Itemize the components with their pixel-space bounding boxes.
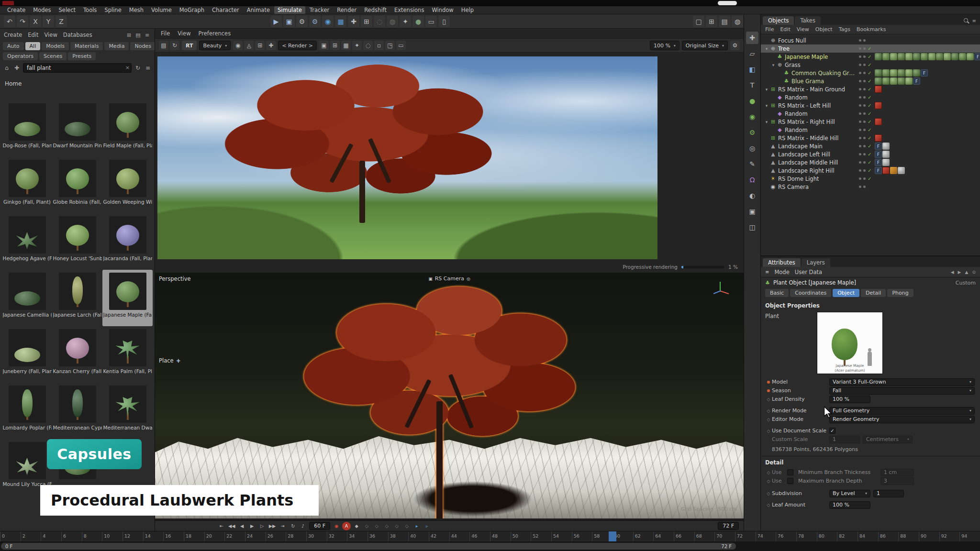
om-menu-view[interactable]: View: [797, 26, 809, 33]
pin-icon[interactable]: ⊙: [972, 270, 976, 275]
restart-render-icon[interactable]: ↻: [170, 41, 179, 50]
ab-tab-create[interactable]: Create: [4, 32, 22, 38]
render-view-icon[interactable]: ▶: [270, 16, 282, 27]
environment-icon[interactable]: ◐: [746, 189, 758, 202]
enabled-check[interactable]: ✓: [867, 135, 873, 141]
material-swatch[interactable]: [905, 77, 913, 85]
ruler-tick[interactable]: 78: [796, 531, 797, 541]
tab-attributes[interactable]: Attributes: [763, 258, 801, 267]
render-visibility-dot[interactable]: [863, 161, 866, 164]
render-visibility-dot[interactable]: [863, 80, 866, 82]
loop-icon[interactable]: ↻: [289, 522, 297, 530]
enabled-check[interactable]: ✓: [867, 168, 873, 173]
deformer-icon[interactable]: ⚙: [746, 126, 758, 139]
editor-visibility-dot[interactable]: [859, 47, 861, 50]
ruler-tick[interactable]: 88: [898, 531, 899, 541]
ruler-tick[interactable]: 72: [735, 531, 735, 541]
ruler-tick[interactable]: 52: [531, 531, 531, 541]
tree-item-rs-camera[interactable]: ◉RS Camera: [761, 183, 980, 191]
expand-icon[interactable]: ◳: [385, 41, 395, 50]
record-scale-icon[interactable]: ◇: [372, 522, 381, 530]
F-tag[interactable]: F: [913, 77, 920, 85]
active-camera-label[interactable]: ▣ RS Camera ◎: [155, 276, 744, 282]
ruler-tick[interactable]: 6: [61, 531, 62, 541]
render-visibility-dot[interactable]: [863, 137, 866, 139]
record-rotation-icon[interactable]: ◇: [382, 522, 391, 530]
play-icon[interactable]: ▶: [248, 522, 256, 530]
checkbox[interactable]: [787, 469, 793, 475]
tree-item-landscape-middle-hill[interactable]: ▲Landscape Middle Hill✓F: [761, 158, 980, 166]
thumbnail-view-icon[interactable]: ⊞: [125, 32, 133, 39]
asset-hedgehog-agave-fall[interactable]: Hedgehog Agave (Fall...: [2, 213, 52, 270]
add-folder-icon[interactable]: ✚: [13, 64, 21, 72]
asset-field-maple-fall-plant[interactable]: Field Maple (Fall, Plant): [102, 100, 153, 157]
material-swatch[interactable]: [905, 53, 913, 60]
asset-ginkgo-fall-plant[interactable]: Ginkgo (Fall, Plant): [2, 157, 52, 213]
render-visibility-dot[interactable]: [863, 177, 866, 180]
expand-arrow[interactable]: ▾: [764, 103, 769, 108]
tree-item-random[interactable]: ◆Random✓: [761, 110, 980, 118]
section-tab-basic[interactable]: Basic: [765, 289, 789, 297]
ruler-tick[interactable]: 48: [490, 531, 490, 541]
phong-tag[interactable]: [882, 159, 890, 166]
ab-tab-edit[interactable]: Edit: [28, 32, 38, 38]
tile-grid-icon[interactable]: ▦: [341, 41, 351, 50]
tree-item-rs-dome-light[interactable]: ☀RS Dome Light✓: [761, 175, 980, 183]
field-icon[interactable]: ◎: [746, 142, 758, 154]
prev-key-icon[interactable]: ◀◀: [227, 522, 236, 530]
grid-snap-icon[interactable]: ⊞: [361, 16, 372, 27]
zoom-dropdown[interactable]: 100 % ▾: [650, 41, 679, 50]
menu-help[interactable]: Help: [458, 6, 477, 14]
rs-renderview-icon[interactable]: ▦: [335, 16, 346, 27]
expand-arrow[interactable]: ▾: [770, 63, 776, 67]
editor-visibility-dot[interactable]: [859, 96, 861, 99]
ruler-tick[interactable]: 70: [714, 531, 715, 541]
snapshot-icon[interactable]: ▤: [159, 41, 168, 50]
next-key-icon[interactable]: ▶▶: [268, 522, 277, 530]
filter-all[interactable]: All: [25, 42, 41, 50]
tab-objects[interactable]: Objects: [763, 16, 794, 25]
menu-create[interactable]: Create: [4, 6, 29, 14]
ruler-tick[interactable]: 0: [0, 531, 0, 541]
expand-arrow[interactable]: ▾: [764, 87, 769, 92]
material-swatch[interactable]: [890, 77, 897, 85]
ruler-tick[interactable]: 24: [245, 531, 245, 541]
tree-item-rs-matrix-main-ground[interactable]: ▾⊞RS Matrix - Main Ground✓: [761, 85, 980, 93]
tab-takes[interactable]: Takes: [795, 16, 821, 25]
menu-volume[interactable]: Volume: [148, 6, 175, 14]
material-swatch[interactable]: [898, 77, 905, 85]
enabled-check[interactable]: ✓: [867, 95, 873, 100]
ab-tab-databases[interactable]: Databases: [63, 32, 92, 38]
ruler-tick[interactable]: 46: [469, 531, 470, 541]
tree-item-landscape-right-hill[interactable]: ▲Landscape Right Hill✓F: [761, 166, 980, 175]
value-field[interactable]: 3: [880, 477, 914, 485]
menu-tools[interactable]: Tools: [80, 6, 100, 14]
y-axis-lock-icon[interactable]: Y: [43, 16, 54, 27]
ruler-tick[interactable]: 28: [286, 531, 286, 541]
asset-japanese-camellia-fal[interactable]: Japanese Camellia (Fal...: [2, 270, 52, 326]
tile-icon[interactable]: ⊞: [330, 41, 340, 50]
tree-item-landscape-left-hill[interactable]: ▲Landscape Left Hill✓F: [761, 150, 980, 158]
om-menu-file[interactable]: File: [765, 26, 774, 33]
filter-models[interactable]: Models: [42, 42, 69, 50]
dropdown[interactable]: By Level▾: [829, 490, 870, 497]
ruler-tick[interactable]: 44: [449, 531, 450, 541]
editor-visibility-dot[interactable]: [859, 137, 861, 139]
asset-kentia-palm-fall-plant[interactable]: Kentia Palm (Fall, Plant): [102, 326, 153, 383]
plant-preview-image[interactable]: Japanese Maple (Acer palmatum): [817, 312, 883, 374]
asset-japanese-larch-fall[interactable]: Japanese Larch (Fall, ...: [52, 270, 102, 326]
enabled-check[interactable]: ✓: [867, 119, 873, 124]
ruler-tick[interactable]: 10: [102, 531, 102, 541]
render-visibility-dot[interactable]: [863, 145, 866, 147]
checkbox[interactable]: [787, 478, 793, 484]
material-swatch[interactable]: [898, 53, 905, 60]
star-icon[interactable]: ✦: [352, 41, 362, 50]
editor-visibility-dot[interactable]: [859, 88, 861, 90]
rv-menu-preferences[interactable]: Preferences: [199, 30, 231, 37]
layout-switch-pill[interactable]: [718, 1, 737, 5]
userdata-menu[interactable]: User Data: [795, 269, 822, 276]
list-view-icon[interactable]: ▤: [134, 32, 142, 39]
enabled-check[interactable]: ✓: [867, 87, 873, 92]
mode-menu[interactable]: Mode: [774, 269, 789, 276]
menu-select[interactable]: Select: [56, 6, 79, 14]
